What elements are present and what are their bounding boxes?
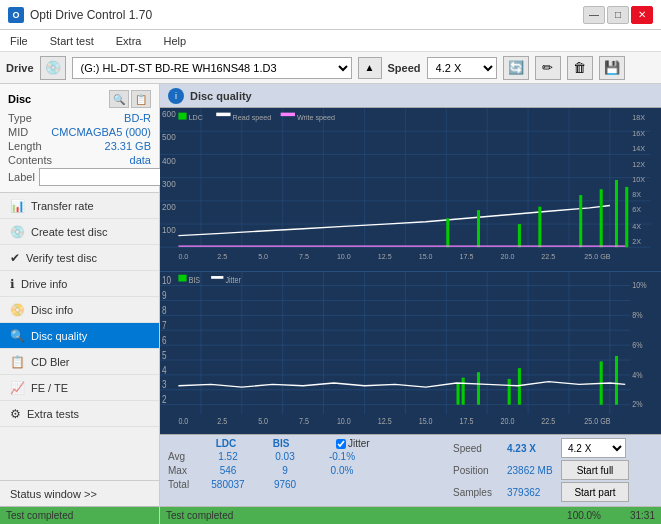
samples-row: Samples 379362 Start part [453, 482, 653, 502]
stats-max-label: Max [168, 464, 196, 478]
refresh-icon[interactable]: 🔄 [503, 56, 529, 80]
svg-text:Read speed: Read speed [233, 112, 272, 122]
start-full-button[interactable]: Start full [561, 460, 629, 480]
charts-area: 600 500 400 300 200 100 18X 16X 14X 12X … [160, 108, 661, 434]
write-icon[interactable]: ✏ [535, 56, 561, 80]
stats-avg-ldc: 1.52 [198, 450, 258, 464]
chart-bottom-svg: 10 9 8 7 6 5 4 3 2 10% 8% 6% 4% 2% 0.0 [160, 272, 661, 435]
svg-text:8: 8 [162, 303, 167, 315]
position-label: Position [453, 465, 503, 476]
sidebar-item-fe-te[interactable]: 📈 FE / TE [0, 375, 159, 401]
main-content: Disc 🔍 📋 Type BD-R MID CMCMAGBA5 (000) L… [0, 84, 661, 524]
svg-rect-44 [446, 218, 449, 247]
sidebar-item-create-test-disc[interactable]: 💿 Create test disc [0, 219, 159, 245]
sidebar-item-drive-info-label: Drive info [21, 278, 67, 290]
maximize-button[interactable]: □ [607, 6, 629, 24]
svg-text:12.5: 12.5 [378, 414, 392, 425]
drive-select[interactable]: (G:) HL-DT-ST BD-RE WH16NS48 1.D3 [72, 57, 352, 79]
menu-file[interactable]: File [4, 33, 34, 49]
stats-max-jitter: 0.0% [312, 464, 372, 478]
disc-icon-btn-2[interactable]: 📋 [131, 90, 151, 108]
disc-icon-btn-1[interactable]: 🔍 [109, 90, 129, 108]
create-test-disc-icon: 💿 [10, 225, 25, 239]
progress-bar-status: Test completed [6, 510, 73, 521]
disc-label-input[interactable] [39, 168, 172, 186]
svg-text:Write speed: Write speed [297, 112, 335, 122]
speed-select[interactable]: 4.2 X [427, 57, 497, 79]
start-part-button[interactable]: Start part [561, 482, 629, 502]
svg-text:6X: 6X [632, 205, 641, 215]
drive-icon-btn[interactable]: 💿 [40, 56, 66, 80]
svg-text:Jitter: Jitter [225, 273, 241, 284]
disc-quality-header: i Disc quality [160, 84, 661, 108]
svg-text:2: 2 [162, 393, 167, 405]
menu-extra[interactable]: Extra [110, 33, 148, 49]
bottom-progress-time: 31:31 [630, 510, 655, 521]
bottom-progress-status: Test completed [166, 510, 233, 521]
svg-text:2X: 2X [632, 236, 641, 246]
svg-text:0.0: 0.0 [178, 414, 188, 425]
menu-help[interactable]: Help [157, 33, 192, 49]
sidebar-item-create-test-disc-label: Create test disc [31, 226, 107, 238]
disc-key-contents: Contents [8, 154, 52, 166]
sidebar-item-drive-info[interactable]: ℹ Drive info [0, 271, 159, 297]
speed-dropdown-stat[interactable]: 4.2 X [561, 438, 626, 458]
disc-header-label: Disc [8, 93, 31, 105]
disc-val-mid: CMCMAGBA5 (000) [51, 126, 151, 138]
svg-rect-51 [625, 187, 628, 247]
svg-text:100: 100 [162, 225, 176, 236]
sidebar-item-extra-tests[interactable]: ⚙ Extra tests [0, 401, 159, 427]
sidebar-item-cd-bler[interactable]: 📋 CD Bler [0, 349, 159, 375]
svg-rect-105 [457, 383, 460, 405]
svg-text:6: 6 [162, 333, 167, 345]
drive-info-icon: ℹ [10, 277, 15, 291]
disc-val-type: BD-R [124, 112, 151, 124]
jitter-checkbox[interactable] [336, 439, 346, 449]
transfer-rate-icon: 📊 [10, 199, 25, 213]
stats-total-label: Total [168, 478, 196, 492]
svg-text:18X: 18X [632, 112, 645, 122]
chart-top-svg: 600 500 400 300 200 100 18X 16X 14X 12X … [160, 108, 661, 271]
close-button[interactable]: ✕ [631, 6, 653, 24]
sidebar-item-transfer-rate[interactable]: 📊 Transfer rate [0, 193, 159, 219]
sidebar-item-disc-quality[interactable]: 🔍 Disc quality [0, 323, 159, 349]
save-icon[interactable]: 💾 [599, 56, 625, 80]
disc-quality-icon: 🔍 [10, 329, 25, 343]
disc-info-icon: 📀 [10, 303, 25, 317]
stats-table: LDC BIS Jitter Avg 1.52 0.03 -0.1% [168, 438, 453, 492]
sidebar: Disc 🔍 📋 Type BD-R MID CMCMAGBA5 (000) L… [0, 84, 160, 524]
disc-quality-title: Disc quality [190, 90, 252, 102]
disc-quality-icon-badge: i [168, 88, 184, 104]
stats-total-bis: 9760 [260, 478, 310, 492]
disc-row-length: Length 23.31 GB [8, 140, 151, 152]
speed-label: Speed [388, 62, 421, 74]
stats-avg-bis: 0.03 [260, 450, 310, 464]
svg-text:600: 600 [162, 109, 176, 120]
svg-text:7.5: 7.5 [299, 251, 309, 261]
svg-rect-109 [518, 368, 521, 405]
status-window-label: Status window >> [10, 488, 97, 500]
sidebar-item-disc-info[interactable]: 📀 Disc info [0, 297, 159, 323]
erase-icon[interactable]: 🗑 [567, 56, 593, 80]
drive-eject-btn[interactable]: ▲ [358, 57, 382, 79]
status-window[interactable]: Status window >> [0, 480, 159, 506]
bottom-progress-bar: Test completed 100.0% 31:31 [160, 506, 661, 524]
svg-text:300: 300 [162, 178, 176, 189]
svg-text:0.0: 0.0 [178, 251, 188, 261]
svg-text:200: 200 [162, 202, 176, 213]
svg-text:2.5: 2.5 [217, 251, 227, 261]
disc-val-length: 23.31 GB [105, 140, 151, 152]
menu-start-test[interactable]: Start test [44, 33, 100, 49]
svg-rect-106 [462, 377, 465, 404]
svg-rect-112 [178, 274, 186, 281]
disc-val-contents[interactable]: data [130, 154, 151, 166]
svg-text:5: 5 [162, 348, 167, 360]
sidebar-item-verify-test-disc[interactable]: ✔ Verify test disc [0, 245, 159, 271]
svg-rect-108 [508, 378, 511, 404]
disc-key-label: Label [8, 171, 35, 183]
sidebar-item-verify-test-disc-label: Verify test disc [26, 252, 97, 264]
svg-text:20.0: 20.0 [500, 414, 514, 425]
minimize-button[interactable]: — [583, 6, 605, 24]
svg-rect-55 [216, 113, 230, 116]
title-bar-left: O Opti Drive Control 1.70 [8, 7, 152, 23]
